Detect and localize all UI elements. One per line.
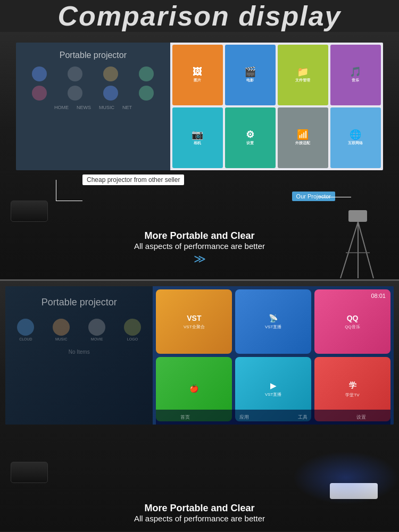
tile-4: 🎵 音乐 [330, 45, 381, 105]
cheap-projector-bottom [11, 462, 48, 483]
label-cheap-top: Cheap projector from other seller [82, 174, 184, 185]
screen-icons-top [21, 66, 165, 101]
no-items: No Items [69, 349, 90, 355]
chevron-down-icon: ≫ [0, 252, 399, 266]
screen-left-title-top: Portable projector [60, 51, 127, 60]
tile-8: 🌐 互联网络 [330, 107, 381, 168]
app-qq-music: QQ QQ音乐 [314, 289, 390, 354]
page-title: Comparison display [58, 0, 342, 32]
cheap-projector-top [11, 201, 48, 222]
nav-row-top: HOME NEWS MUSIC NET [21, 105, 165, 110]
b-icon1 [17, 319, 34, 336]
screen-bottom-left: Portable projector CLOUD MUSIC MOVIE [5, 286, 153, 425]
bottom-icons-grid: CLOUD MUSIC MOVIE LOGO [11, 319, 147, 341]
bottom-text-top: More Portable and Clear All aspects of p… [0, 230, 399, 266]
tile-6: ⚙ 设置 [225, 107, 276, 168]
label-our-top: Our Projector [292, 192, 335, 201]
icon8 [139, 86, 154, 101]
line-cheap-top [56, 180, 82, 201]
tile-1: 🖼 图片 [172, 45, 223, 105]
screen-bottom: Portable projector CLOUD MUSIC MOVIE [5, 286, 394, 425]
app-vst-live: 📡 VST直播 [235, 289, 311, 354]
comparison-bottom: Portable projector CLOUD MUSIC MOVIE [0, 281, 399, 531]
svg-rect-0 [348, 210, 367, 222]
icon1 [32, 66, 47, 81]
comparison-top: Portable projector HOME NEWS MUSIC NET [0, 32, 399, 279]
icon3 [103, 66, 118, 81]
tile-7: 📶 外接适配 [278, 107, 328, 168]
b-icon2 [53, 319, 70, 336]
line-our-top [319, 197, 351, 197]
glow-effect [293, 451, 399, 504]
caption-line2-top: All aspects of performance are better [0, 242, 399, 251]
page-container: Comparison display Portable projector [0, 0, 399, 532]
screen-bottom-right: 08:01 VST VST全聚合 📡 VST直播 QQ QQ音乐 🍎 [153, 286, 394, 425]
icon4 [139, 66, 154, 81]
screen-nav-bottom: 首页 应用 工具 设置 [156, 410, 390, 425]
icon7 [103, 86, 118, 101]
icon5 [32, 86, 47, 101]
tile-5: 📷 相机 [172, 107, 223, 168]
screen-top: Portable projector HOME NEWS MUSIC NET [16, 43, 383, 170]
time-badge: 08:01 [371, 293, 386, 299]
icon6 [68, 86, 82, 101]
bottom-caption: More Portable and Clear All aspects of p… [0, 503, 399, 523]
caption-line1-top: More Portable and Clear [0, 230, 399, 242]
header: Comparison display [0, 0, 399, 32]
app-vst-all: VST VST全聚合 [156, 289, 232, 354]
caption-line2-bottom: All aspects of performance are better [0, 514, 399, 523]
tile-2: 🎬 电影 [225, 45, 276, 105]
caption-line1-bottom: More Portable and Clear [0, 503, 399, 514]
icon2 [68, 66, 82, 81]
b-icon4 [124, 319, 141, 336]
b-icon3 [88, 319, 105, 336]
screen-left-top: Portable projector HOME NEWS MUSIC NET [16, 43, 170, 170]
tile-3: 📁 文件管理 [278, 45, 328, 105]
screen-bottom-title: Portable projector [41, 297, 117, 308]
screen-right-top: 🖼 图片 🎬 电影 📁 文件管理 🎵 音乐 📷 相机 [170, 43, 383, 170]
